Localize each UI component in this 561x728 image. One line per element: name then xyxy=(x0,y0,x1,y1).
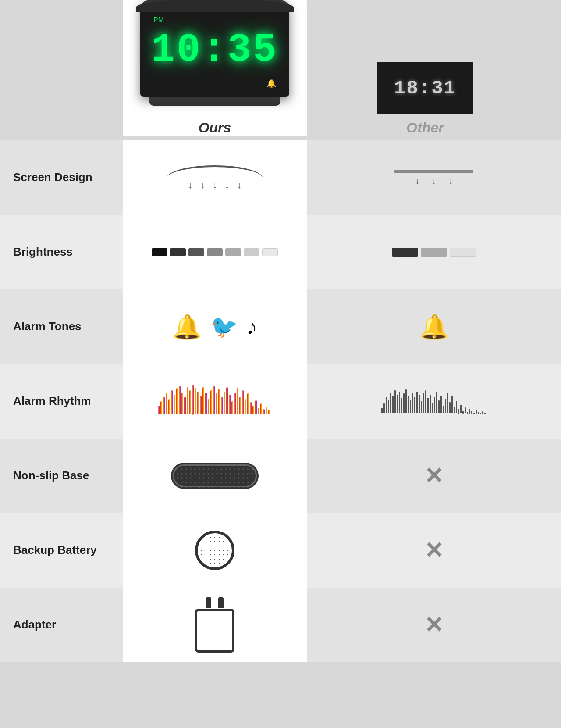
alarm-tones-ours-icons: 🔔 🐦 ♪ xyxy=(172,313,257,341)
svg-rect-5 xyxy=(171,390,173,414)
flat-screen-visual: ↓ ↓ ↓ xyxy=(394,170,473,186)
svg-rect-9 xyxy=(181,393,183,414)
svg-rect-58 xyxy=(414,397,415,413)
svg-rect-89 xyxy=(482,411,483,414)
adapter-visual xyxy=(195,597,234,653)
adapter-prongs xyxy=(206,597,224,608)
prong-right xyxy=(218,597,224,608)
adapter-x-mark: ✕ xyxy=(424,612,444,638)
svg-rect-29 xyxy=(234,393,236,414)
bright-seg-5 xyxy=(225,248,241,256)
svg-rect-73 xyxy=(447,393,448,413)
svg-rect-24 xyxy=(221,397,223,414)
svg-rect-81 xyxy=(465,407,466,413)
svg-rect-76 xyxy=(454,407,455,413)
colorful-waveform xyxy=(158,384,272,419)
svg-rect-43 xyxy=(381,408,383,413)
svg-rect-28 xyxy=(231,401,233,414)
other-label: Other xyxy=(406,120,444,136)
svg-rect-54 xyxy=(405,389,407,413)
svg-rect-67 xyxy=(434,397,435,413)
brightness-ours xyxy=(123,215,307,289)
nonslip-base-label: Non-slip Base xyxy=(0,460,123,492)
svg-rect-57 xyxy=(412,393,413,413)
flat-arrow-1: ↓ xyxy=(415,176,419,186)
svg-rect-88 xyxy=(480,413,481,414)
screen-design-other: ↓ ↓ ↓ xyxy=(307,161,561,195)
svg-rect-4 xyxy=(168,399,170,414)
svg-rect-50 xyxy=(397,395,398,413)
svg-rect-26 xyxy=(226,387,228,414)
nonslip-base-ours xyxy=(123,439,307,513)
other-bell-icon: 🔔 xyxy=(419,313,449,341)
svg-rect-31 xyxy=(239,397,241,414)
nonslip-x-mark: ✕ xyxy=(424,463,444,489)
arrow-3: ↓ xyxy=(213,180,217,190)
nonslip-base-visual xyxy=(171,463,259,489)
brightness-bar-ours-visual xyxy=(152,248,278,256)
other-column-header: 18:31 Other xyxy=(307,62,561,136)
curved-screen-arrows: ↓ ↓ ↓ ↓ ↓ xyxy=(188,180,241,190)
svg-rect-15 xyxy=(197,392,199,414)
battery-x-mark: ✕ xyxy=(424,537,444,564)
ours-clock-display: 10:35 xyxy=(151,28,278,72)
ours-clock: PM 10:35 🔔 xyxy=(140,0,289,97)
alarm-tones-other: 🔔 xyxy=(307,304,561,350)
svg-rect-60 xyxy=(419,395,420,413)
svg-rect-10 xyxy=(184,397,186,414)
ours-label: Ours xyxy=(199,120,231,136)
arrow-1: ↓ xyxy=(188,180,192,190)
alarm-rhythm-label: Alarm Rhythm xyxy=(0,385,123,418)
svg-rect-32 xyxy=(242,390,244,414)
svg-rect-90 xyxy=(484,413,486,414)
other-bright-seg-2 xyxy=(421,248,447,257)
svg-rect-77 xyxy=(456,401,457,413)
flat-arrow-2: ↓ xyxy=(432,176,436,186)
svg-rect-14 xyxy=(195,388,196,414)
other-bright-seg-1 xyxy=(392,248,418,257)
svg-rect-41 xyxy=(266,407,267,414)
svg-rect-8 xyxy=(179,386,181,414)
svg-rect-71 xyxy=(443,406,444,413)
other-clock: 18:31 xyxy=(377,62,473,114)
row-alarm-tones: Alarm Tones 🔔 🐦 ♪ 🔔 xyxy=(0,289,561,364)
svg-rect-11 xyxy=(187,387,188,414)
svg-rect-17 xyxy=(202,387,204,414)
bell-icon: 🔔 xyxy=(172,313,202,341)
svg-rect-61 xyxy=(421,401,422,413)
svg-rect-74 xyxy=(449,402,451,413)
flat-screen-arrows: ↓ ↓ ↓ xyxy=(415,176,453,186)
brightness-label: Brightness xyxy=(0,236,123,268)
svg-rect-83 xyxy=(469,409,470,414)
svg-rect-63 xyxy=(425,390,426,413)
svg-rect-16 xyxy=(200,396,202,414)
svg-rect-27 xyxy=(229,395,231,414)
svg-rect-68 xyxy=(436,392,437,413)
svg-rect-79 xyxy=(460,405,462,413)
svg-rect-66 xyxy=(432,403,433,413)
svg-rect-44 xyxy=(383,403,385,413)
svg-rect-34 xyxy=(247,393,249,414)
alarm-rhythm-other xyxy=(307,379,561,423)
svg-rect-64 xyxy=(427,398,429,413)
clock-reflection xyxy=(153,106,276,114)
svg-rect-21 xyxy=(213,386,215,414)
svg-rect-40 xyxy=(263,409,265,414)
row-adapter: Adapter ✕ xyxy=(0,588,561,662)
battery-dots xyxy=(199,535,230,566)
backup-battery-label: Backup Battery xyxy=(0,534,123,567)
brightness-bar-other-visual xyxy=(392,248,476,257)
svg-rect-25 xyxy=(224,392,225,414)
svg-rect-19 xyxy=(208,399,209,414)
svg-rect-47 xyxy=(390,393,391,413)
bright-seg-3 xyxy=(188,248,204,256)
prong-left xyxy=(206,597,211,608)
alarm-tones-label: Alarm Tones xyxy=(0,310,123,343)
page-wrapper: PM 10:35 🔔 Ours 18:31 Other xyxy=(0,0,561,728)
arrow-2: ↓ xyxy=(200,180,205,190)
music-note-icon: ♪ xyxy=(246,314,257,339)
svg-rect-2 xyxy=(163,397,165,414)
adapter-body xyxy=(195,609,234,653)
svg-rect-45 xyxy=(386,397,387,413)
svg-rect-38 xyxy=(258,408,259,414)
